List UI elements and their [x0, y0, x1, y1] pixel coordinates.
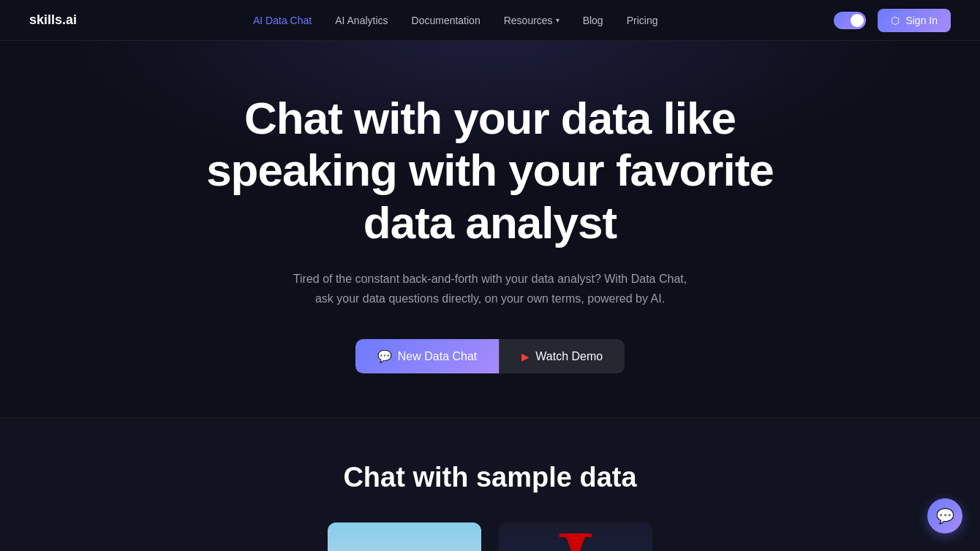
logo[interactable]: skills.ai: [29, 12, 77, 28]
hero-buttons: 💬 New Data Chat ▶ Watch Demo: [355, 339, 625, 373]
sample-cards-container: US Metro Area Housi...: [29, 522, 951, 551]
sample-card-housing[interactable]: US Metro Area Housi...: [328, 522, 481, 551]
nav-link-ai-analytics[interactable]: AI Analytics: [335, 15, 388, 26]
chat-bubble-icon: 💬: [936, 507, 954, 525]
nav-link-documentation[interactable]: Documentation: [412, 15, 480, 26]
hero-section: Chat with your data like speaking with y…: [0, 41, 980, 417]
sign-in-label: Sign In: [905, 15, 938, 26]
new-data-chat-button[interactable]: 💬 New Data Chat: [355, 339, 500, 373]
nav-item-blog[interactable]: Blog: [583, 14, 603, 27]
chat-icon: 💬: [377, 349, 392, 363]
tesla-card-image: [499, 522, 652, 551]
navbar: skills.ai AI Data Chat AI Analytics Docu…: [0, 0, 980, 41]
nav-item-ai-data-chat[interactable]: AI Data Chat: [253, 14, 312, 27]
sign-in-icon: ⬡: [891, 15, 900, 26]
nav-item-ai-analytics[interactable]: AI Analytics: [335, 14, 388, 27]
nav-links: AI Data Chat AI Analytics Documentation …: [253, 14, 657, 27]
nav-link-pricing[interactable]: Pricing: [627, 15, 658, 26]
sign-in-button[interactable]: ⬡ Sign In: [878, 9, 951, 32]
watch-demo-button[interactable]: ▶ Watch Demo: [499, 339, 625, 373]
sample-section-title: Chat with sample data: [29, 462, 951, 493]
chat-support-bubble[interactable]: 💬: [927, 498, 962, 533]
nav-item-documentation[interactable]: Documentation: [412, 14, 480, 27]
sample-card-tesla[interactable]: Tesla Car Price Cha...: [499, 522, 652, 551]
btn-primary-label: New Data Chat: [398, 350, 478, 363]
btn-secondary-label: Watch Demo: [535, 350, 603, 363]
hero-title-line3: data analyst: [363, 197, 617, 248]
nav-right: ⬡ Sign In: [834, 9, 951, 32]
housing-card-image: [328, 522, 481, 551]
nav-link-ai-data-chat[interactable]: AI Data Chat: [253, 15, 312, 26]
hero-title-line2: speaking with your favorite: [206, 145, 774, 195]
chevron-down-icon: ▾: [556, 16, 559, 24]
tesla-logo: [557, 530, 594, 551]
logo-text: skills.ai: [29, 12, 77, 27]
nav-link-blog[interactable]: Blog: [583, 15, 603, 26]
play-icon: ▶: [521, 351, 529, 362]
nav-link-resources[interactable]: Resources: [504, 15, 553, 26]
hero-title-line1: Chat with your data like: [244, 93, 736, 143]
hero-subtitle: Tired of the constant back-and-forth wit…: [285, 269, 695, 308]
sample-section: Chat with sample data: [0, 418, 980, 551]
nav-item-pricing[interactable]: Pricing: [627, 14, 658, 27]
theme-toggle[interactable]: [834, 12, 866, 29]
hero-title: Chat with your data like speaking with y…: [206, 92, 774, 248]
nav-item-resources[interactable]: Resources ▾: [504, 15, 559, 26]
